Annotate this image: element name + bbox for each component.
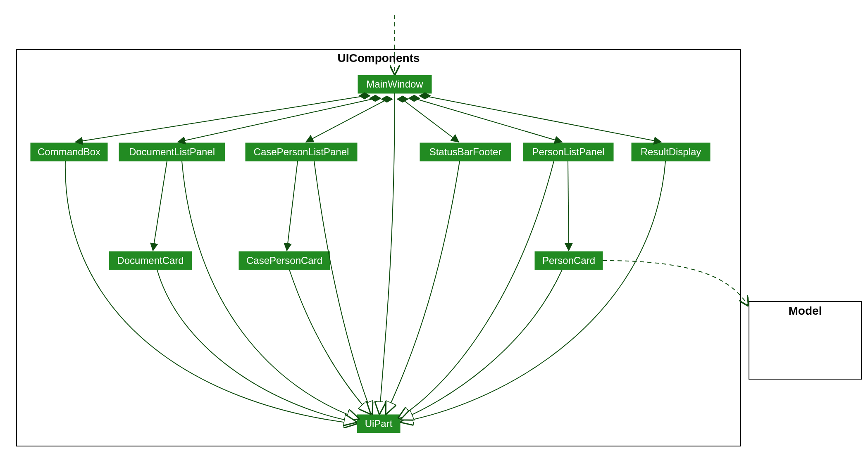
svg-text:StatusBarFooter: StatusBarFooter xyxy=(429,146,502,157)
node-statusbarfooter: StatusBarFooter xyxy=(420,143,511,161)
svg-text:PersonCard: PersonCard xyxy=(542,255,595,266)
svg-text:DocumentCard: DocumentCard xyxy=(117,255,184,266)
node-documentlistpanel: DocumentListPanel xyxy=(119,143,225,161)
edge-mw-uipart xyxy=(379,93,395,414)
node-resultdisplay: ResultDisplay xyxy=(632,143,710,161)
model-title: Model xyxy=(789,304,822,317)
edge-plp-uipart xyxy=(398,161,554,418)
svg-marker-26 xyxy=(408,95,420,102)
edge-mw-casepersonlistpanel xyxy=(306,101,384,142)
svg-marker-25 xyxy=(397,96,408,102)
svg-text:CasePersonCard: CasePersonCard xyxy=(246,255,322,266)
node-uipart: UiPart xyxy=(357,415,400,433)
node-casepersoncard: CasePersonCard xyxy=(239,252,330,270)
edge-sbf-uipart xyxy=(386,161,460,414)
edge-mw-statusbarfooter xyxy=(404,101,459,142)
edge-personcard-uipart xyxy=(401,270,562,420)
uml-diagram: UIComponents Model MainWindow CommandBox… xyxy=(0,0,868,451)
edge-personcard-model xyxy=(603,261,748,306)
edge-cplp-uipart xyxy=(314,161,372,414)
edge-dlp-uipart xyxy=(182,161,359,419)
edge-documentcard-uipart xyxy=(157,270,356,422)
edge-commandbox-uipart xyxy=(65,161,356,424)
svg-text:CommandBox: CommandBox xyxy=(38,146,100,157)
svg-text:ResultDisplay: ResultDisplay xyxy=(641,146,701,157)
edge-mw-resultdisplay xyxy=(428,97,661,142)
uicomponents-container xyxy=(17,50,741,446)
svg-text:UiPart: UiPart xyxy=(365,418,393,429)
edge-casepersoncard-uipart xyxy=(289,270,370,414)
node-casepersonlistpanel: CasePersonListPanel xyxy=(246,143,357,161)
edge-plp-personcard xyxy=(568,161,569,251)
svg-text:CasePersonListPanel: CasePersonListPanel xyxy=(254,146,349,157)
edge-mw-personlistpanel xyxy=(417,99,562,142)
node-personcard: PersonCard xyxy=(535,252,603,270)
node-documentcard: DocumentCard xyxy=(109,252,192,270)
node-personlistpanel: PersonListPanel xyxy=(523,143,613,161)
svg-text:DocumentListPanel: DocumentListPanel xyxy=(129,146,215,157)
node-commandbox: CommandBox xyxy=(31,143,107,161)
svg-text:PersonListPanel: PersonListPanel xyxy=(532,146,605,157)
edge-mw-documentlistpanel xyxy=(178,99,372,142)
edge-dlp-documentcard xyxy=(153,161,167,251)
svg-marker-23 xyxy=(370,95,381,102)
edge-cplp-casepersoncard xyxy=(287,161,298,251)
svg-text:MainWindow: MainWindow xyxy=(366,78,423,90)
edge-mw-commandbox xyxy=(75,97,360,142)
node-mainwindow: MainWindow xyxy=(358,75,432,93)
uicomponents-title: UIComponents xyxy=(337,52,420,64)
